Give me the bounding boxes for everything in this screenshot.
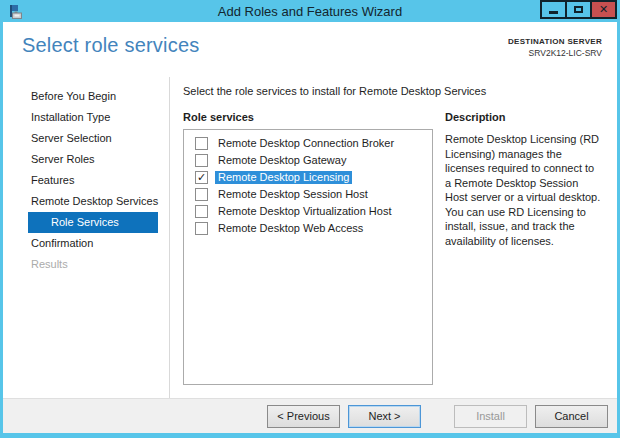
app-icon (8, 4, 24, 20)
role-service-label[interactable]: Remote Desktop Web Access (215, 222, 366, 235)
titlebar: Add Roles and Features Wizard ✕ (3, 0, 617, 22)
wizard-body: Before You Begin Installation Type Serve… (3, 77, 617, 398)
wizard-steps-sidebar: Before You Begin Installation Type Serve… (3, 77, 170, 398)
role-services-column: Role services Remote Desktop Connection … (183, 111, 433, 385)
close-button[interactable]: ✕ (590, 0, 617, 19)
role-service-label[interactable]: Remote Desktop Gateway (215, 154, 349, 167)
sidebar-item-results: Results (3, 254, 169, 275)
checkbox-unchecked[interactable] (195, 154, 208, 167)
minimize-button[interactable] (540, 0, 567, 19)
role-service-row-selected[interactable]: ✓ Remote Desktop Licensing (184, 169, 432, 186)
description-panel: Description Remote Desktop Licensing (RD… (445, 111, 603, 385)
role-service-label[interactable]: Remote Desktop Session Host (215, 188, 371, 201)
cancel-button[interactable]: Cancel (535, 405, 608, 428)
description-text: Remote Desktop Licensing (RD Licensing) … (445, 132, 602, 248)
role-services-list-label: Role services (183, 111, 433, 123)
maximize-icon (574, 6, 583, 13)
checkbox-unchecked[interactable] (195, 222, 208, 235)
role-services-listbox[interactable]: Remote Desktop Connection Broker Remote … (183, 129, 433, 385)
role-service-row[interactable]: Remote Desktop Session Host (184, 186, 432, 203)
close-icon: ✕ (599, 4, 608, 15)
wizard-window: Add Roles and Features Wizard ✕ Select r… (0, 0, 620, 438)
sidebar-item-role-services[interactable]: Role Services (28, 212, 158, 233)
wizard-header: Select role services DESTINATION SERVER … (3, 22, 617, 77)
instruction-text: Select the role services to install for … (183, 85, 603, 97)
role-service-row[interactable]: Remote Desktop Connection Broker (184, 135, 432, 152)
install-button[interactable]: Install (454, 405, 527, 428)
next-button[interactable]: Next > (348, 405, 421, 428)
role-service-row[interactable]: Remote Desktop Web Access (184, 220, 432, 237)
checkbox-unchecked[interactable] (195, 137, 208, 150)
destination-server-block: DESTINATION SERVER SRV2K12-LIC-SRV (508, 34, 602, 77)
minimize-icon (549, 11, 558, 14)
description-title: Description (445, 111, 602, 123)
sidebar-item-before-you-begin[interactable]: Before You Begin (3, 86, 169, 107)
previous-button[interactable]: < Previous (267, 405, 340, 428)
page-title: Select role services (22, 34, 199, 77)
sidebar-item-features[interactable]: Features (3, 170, 169, 191)
role-service-label[interactable]: Remote Desktop Licensing (215, 171, 352, 184)
main-content: Select the role services to install for … (170, 77, 617, 398)
wizard-footer: < Previous Next > Install Cancel (3, 398, 617, 433)
role-service-row[interactable]: Remote Desktop Virtualization Host (184, 203, 432, 220)
checkbox-unchecked[interactable] (195, 205, 208, 218)
sidebar-item-server-roles[interactable]: Server Roles (3, 149, 169, 170)
sidebar-item-installation-type[interactable]: Installation Type (3, 107, 169, 128)
checkbox-unchecked[interactable] (195, 188, 208, 201)
checkbox-checked[interactable]: ✓ (195, 171, 208, 184)
destination-server-label: DESTINATION SERVER (508, 37, 602, 46)
window-title: Add Roles and Features Wizard (3, 4, 617, 19)
maximize-button[interactable] (565, 0, 592, 19)
sidebar-item-remote-desktop-services[interactable]: Remote Desktop Services (3, 191, 169, 212)
window-controls: ✕ (542, 0, 617, 19)
sidebar-item-confirmation[interactable]: Confirmation (3, 233, 169, 254)
sidebar-item-server-selection[interactable]: Server Selection (3, 128, 169, 149)
role-service-label[interactable]: Remote Desktop Connection Broker (215, 137, 397, 150)
role-service-row[interactable]: Remote Desktop Gateway (184, 152, 432, 169)
role-service-label[interactable]: Remote Desktop Virtualization Host (215, 205, 394, 218)
destination-server-name: SRV2K12-LIC-SRV (508, 48, 602, 58)
